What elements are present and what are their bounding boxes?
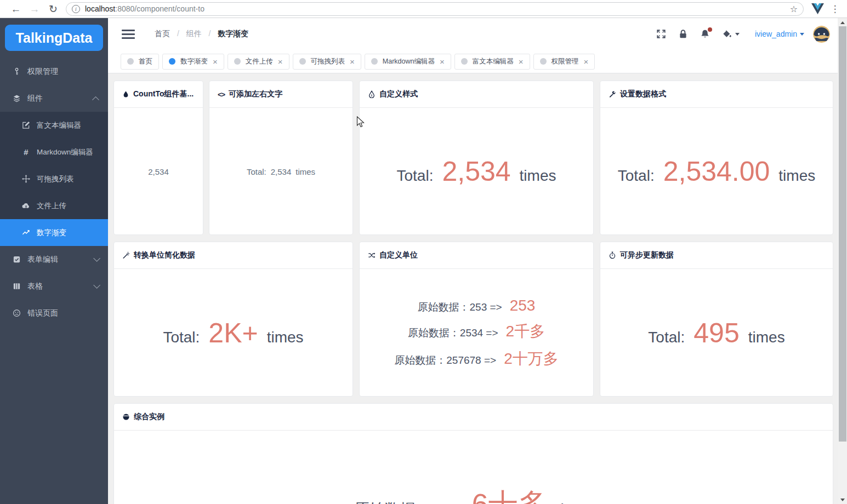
tag-close-icon[interactable]: ×	[213, 58, 218, 66]
notifications-bell-icon[interactable]	[700, 29, 710, 39]
scrollbar-thumb[interactable]	[839, 26, 846, 442]
sidebar-item-label: 权限管理	[27, 67, 58, 77]
stat-suffix: times	[748, 329, 785, 346]
stopwatch-icon	[609, 251, 616, 259]
browser-reload-icon[interactable]: ↻	[44, 4, 62, 14]
tag-close-icon[interactable]: ×	[584, 58, 589, 66]
tag-dot-icon	[234, 58, 241, 65]
lock-icon[interactable]	[678, 29, 688, 39]
stat-prefix: Total:	[618, 167, 655, 185]
stat-prefix: Total:	[163, 329, 200, 346]
card-title: CountTo组件基...	[133, 89, 194, 99]
tag-label: 首页	[139, 57, 152, 66]
tag-dot-icon	[127, 58, 134, 65]
tag-count-to[interactable]: 数字渐变×	[162, 54, 224, 70]
tag-dot-icon	[461, 58, 468, 65]
card-title: 自定义样式	[379, 89, 418, 99]
table-icon	[13, 282, 21, 290]
breadcrumb: 首页 / 组件 / 数字渐变	[155, 29, 248, 39]
edit-icon	[22, 121, 30, 129]
sidebar-item-count-to[interactable]: 数字渐变	[0, 219, 108, 246]
row-label: 原始数据：257678 =>	[394, 353, 496, 368]
vue-devtools-icon[interactable]	[811, 3, 824, 14]
chevron-down-icon	[93, 255, 100, 262]
card-title: 综合实例	[134, 412, 164, 422]
avatar[interactable]	[813, 26, 830, 43]
layers-icon	[13, 94, 21, 102]
count-to-stat: Total: 2K+ times	[163, 317, 303, 349]
url-text[interactable]: localhost:8080/component/count-to	[85, 4, 790, 13]
bookmark-star-icon[interactable]: ☆	[790, 4, 798, 14]
address-bar[interactable]: i localhost:8080/component/count-to ☆	[66, 2, 804, 16]
tag-close-icon[interactable]: ×	[278, 58, 283, 66]
app-logo[interactable]: TalkingData	[5, 25, 103, 51]
tag-close-icon[interactable]: ×	[350, 58, 355, 66]
stat-prefix: Total:	[397, 167, 434, 185]
sidebar-item-table[interactable]: 表格	[0, 273, 108, 300]
page-info-icon[interactable]: i	[72, 5, 80, 13]
row-label: 原始数据：253 =>	[418, 300, 502, 314]
sidebar-item-error-pages[interactable]: 错误页面	[0, 300, 108, 327]
sidebar-item-label: 可拖拽列表	[37, 174, 74, 184]
tag-file-upload[interactable]: 文件上传×	[228, 54, 289, 70]
stat-number: 2K+	[208, 317, 258, 349]
mouse-cursor	[356, 116, 365, 128]
pen-nib-icon	[368, 90, 376, 98]
caret-down-icon	[735, 33, 740, 36]
tag-label: Markdown编辑器	[383, 57, 435, 66]
checkbox-icon	[13, 255, 21, 264]
card-title: 可异步更新数据	[620, 250, 674, 260]
sidebar-item-components[interactable]: 组件	[0, 85, 108, 112]
tag-close-icon[interactable]: ×	[440, 58, 445, 66]
fullscreen-icon[interactable]	[656, 29, 666, 39]
sidebar-item-richtext-editor[interactable]: 富文本编辑器	[0, 112, 108, 139]
row-value: 253	[510, 297, 536, 314]
page-scrollbar[interactable]	[838, 18, 847, 504]
stat-prefix: 原始数据: 27 =>	[354, 499, 463, 504]
tag-richtext-editor[interactable]: 富文本编辑器×	[454, 54, 530, 70]
notification-badge	[708, 27, 712, 32]
sidebar-item-file-upload[interactable]: 文件上传	[0, 192, 108, 219]
row-value: 2十万多	[504, 348, 559, 369]
tag-access[interactable]: 权限管理×	[533, 54, 595, 70]
breadcrumb-home[interactable]: 首页	[155, 29, 170, 38]
browser-back-icon[interactable]: ←	[7, 4, 25, 14]
browser-forward-icon[interactable]: →	[25, 4, 44, 14]
drop-icon	[122, 90, 129, 98]
sidebar-item-markdown-editor[interactable]: # Markdown编辑器	[0, 139, 108, 165]
sidebar-item-form-editor[interactable]: 表单编辑	[0, 246, 108, 273]
sidebar-item-access[interactable]: 权限管理	[0, 58, 108, 85]
stat-suffix: times	[556, 501, 593, 504]
browser-menu-icon[interactable]: ⋮	[829, 3, 840, 15]
sidebar-item-label: Markdown编辑器	[37, 147, 93, 157]
key-icon	[13, 67, 21, 76]
sidebar-item-label: 错误页面	[27, 308, 58, 318]
breadcrumb-components[interactable]: 组件	[186, 29, 202, 38]
app-header: 首页 / 组件 / 数字渐变 iview_admin	[108, 18, 838, 50]
tag-dot-icon	[169, 58, 175, 65]
scrollbar-up-icon[interactable]	[838, 18, 847, 27]
theme-switch-icon[interactable]	[722, 30, 740, 39]
tag-draggable-list[interactable]: 可拖拽列表×	[293, 54, 361, 70]
scrollbar-down-icon[interactable]	[838, 495, 847, 504]
url-path: :8080/component/count-to	[115, 4, 204, 13]
globe-icon	[122, 413, 130, 421]
row-label: 原始数据：2534 =>	[408, 326, 498, 340]
breadcrumb-separator: /	[177, 29, 179, 38]
unit-row: 原始数据：257678 =>2十万多	[394, 348, 558, 369]
code-icon: <>	[218, 90, 225, 99]
tag-close-icon[interactable]: ×	[519, 58, 524, 66]
sidebar-toggle-icon[interactable]	[122, 27, 135, 41]
tag-home[interactable]: 首页	[121, 54, 159, 70]
sidebar-item-draggable-list[interactable]: 可拖拽列表	[0, 165, 108, 192]
count-to-stat: Total: 2,534 times	[397, 156, 556, 187]
user-menu[interactable]: iview_admin	[755, 30, 804, 38]
stat-suffix: times	[267, 329, 304, 346]
count-to-stat: 原始数据: 27 => 6十多 times	[354, 485, 593, 504]
count-to-stat: Total: 495 times	[648, 317, 785, 349]
tag-dot-icon	[540, 58, 547, 65]
card-countto-style: 自定义样式 Total: 2,534 times	[359, 81, 594, 235]
tag-dot-icon	[299, 58, 306, 65]
tag-markdown-editor[interactable]: Markdown编辑器×	[365, 54, 451, 70]
tag-label: 可拖拽列表	[311, 57, 345, 66]
